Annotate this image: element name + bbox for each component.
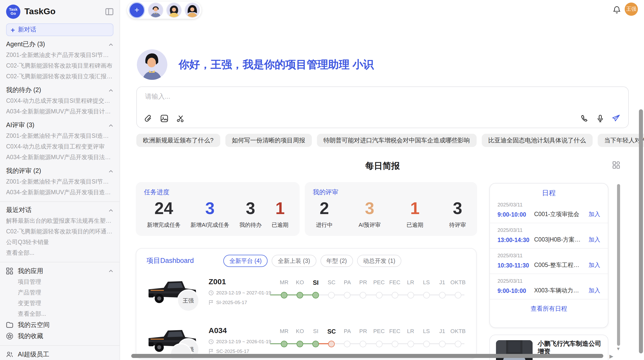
milestone-node-done xyxy=(297,292,303,298)
agent-avatar-1[interactable] xyxy=(148,3,163,18)
scroll-right-arrow-icon[interactable]: ▶ xyxy=(609,353,613,359)
window-vertical-scrollbar[interactable] xyxy=(639,109,643,353)
apps-view-all[interactable]: 查看全部... xyxy=(6,309,113,319)
project-row-z001[interactable]: 王强 Z001 2023-12-19 ~ 2027-01-19 SI-2025-… xyxy=(147,276,466,316)
project-next-milestone: SI-2025-05-17 xyxy=(209,299,269,305)
section-recent-chats[interactable]: 最近对话 xyxy=(6,205,113,216)
filter-new-body[interactable]: 全新上装 (3) xyxy=(272,255,316,267)
task-item[interactable]: A034-全新新能源MUV产品开发项目法规符合性评审 xyxy=(6,152,113,163)
section-agent-done[interactable]: Agent已办 (3) xyxy=(6,39,113,50)
filter-year-model[interactable]: 年型 (2) xyxy=(320,255,353,267)
new-chat-label: 新对话 xyxy=(18,25,36,34)
milestone-node xyxy=(407,292,414,298)
task-item[interactable]: Z001-全新燃油轻卡产品开发项目SI节点属性5D文件评审 xyxy=(6,176,113,187)
send-icon[interactable] xyxy=(612,114,620,123)
task-item[interactable]: C0X4-动力总成开发项目SI里程碑提交物检查 xyxy=(6,96,113,106)
section-my-todo[interactable]: 我的待办 (2) xyxy=(6,85,113,96)
join-link[interactable]: 加入 xyxy=(589,236,600,244)
plus-icon: + xyxy=(11,26,15,34)
milestone-node xyxy=(423,340,430,347)
section-ai-review[interactable]: AI评审 (3) xyxy=(6,120,113,131)
task-item[interactable]: C02-飞腾新能源轻客改款项目里程碑画布 xyxy=(6,61,113,71)
recent-view-all[interactable]: 查看全部... xyxy=(6,248,113,258)
project-next-milestone: SC-2025-05-17 xyxy=(209,348,269,354)
grid-icon xyxy=(6,267,13,275)
section-my-review[interactable]: 我的评审 (2) xyxy=(6,166,113,176)
stat-review-overdue: 1 已逾期 xyxy=(406,199,423,229)
news-snippet: 天眼查 App 显示，近日广州汇天飞行汽... xyxy=(538,359,602,360)
chevron-up-icon xyxy=(108,42,113,47)
recent-chat-item[interactable]: 解释最新出台的欧盟报废车法规再生塑料比例被调至15%... xyxy=(6,216,113,226)
task-item[interactable]: A034-全新新能源MUV产品开发项目造型可行性评审 xyxy=(6,187,113,198)
project-code: A034 xyxy=(209,326,269,335)
task-item[interactable]: C0X4-动力总成开发项目工程变更评审 xyxy=(6,141,113,152)
task-item[interactable]: C02-飞腾新能源轻客改款项目立项汇报方案 xyxy=(6,71,113,82)
task-item[interactable]: Z001-全新燃油轻卡产品开发项目SI造型提交物评审 xyxy=(6,131,113,141)
logo-line2: Go xyxy=(11,12,16,16)
task-item[interactable]: Z001-全新燃油皮卡产品开发项目SI节点Lesson Learn报告 xyxy=(6,50,113,61)
sidebar-item-my-apps[interactable]: 我的应用 xyxy=(6,265,113,277)
agent-avatar-3[interactable] xyxy=(185,3,200,18)
layout-grid-icon[interactable] xyxy=(612,161,620,169)
suggestion-chip[interactable]: 欧洲新规最近颁布了什么? xyxy=(136,134,220,147)
sidebar-collapse-icon[interactable] xyxy=(105,8,113,15)
view-all-schedule-link[interactable]: 查看所有日程 xyxy=(490,305,608,313)
filter-powertrain[interactable]: 动总开发 (1) xyxy=(357,255,402,267)
clock-icon xyxy=(209,339,214,344)
join-link[interactable]: 加入 xyxy=(589,211,600,218)
milestone-node-done xyxy=(312,340,319,347)
milestone-node xyxy=(455,340,461,347)
new-chat-button[interactable]: + 新对话 xyxy=(6,23,113,36)
project-code: Z001 xyxy=(209,277,269,286)
divider xyxy=(0,345,120,346)
stat-new-done: 24 新增完成任务 xyxy=(147,199,181,229)
user-avatar[interactable]: 王强 xyxy=(625,3,638,16)
schedule-item: 2025/03/11 13:00-14:30 C003|H0B-方案冻结评审 加… xyxy=(490,223,608,249)
recent-chat-item[interactable]: C02-飞腾新能源轻客改款项目的闭环通告反馈情况 xyxy=(6,226,113,237)
filter-all-new-platform[interactable]: 全新平台 (4) xyxy=(223,255,268,267)
chat-input[interactable] xyxy=(144,92,621,101)
sidebar-item-favorites[interactable]: 我的收藏 xyxy=(6,331,113,342)
project-dates: 2023-12-19 ~ 2026-01-19 xyxy=(209,339,269,344)
chat-composer xyxy=(136,86,629,128)
phone-icon[interactable] xyxy=(580,114,589,123)
app-item-product-mgmt[interactable]: 产品管理 xyxy=(6,287,113,298)
dashboard-title: 项目Dashboard xyxy=(147,256,194,265)
sidebar-item-ai-staff[interactable]: AI超级员工 xyxy=(6,349,113,360)
add-agent-button[interactable]: + xyxy=(129,2,145,18)
image-icon[interactable] xyxy=(160,114,168,123)
greeting-text: 你好，王强，我是你的项目管理助理 小识 xyxy=(179,57,374,72)
attachment-icon[interactable] xyxy=(144,114,152,123)
agent-avatar-2[interactable] xyxy=(166,3,182,18)
content-vertical-scrollbar[interactable] xyxy=(617,184,620,346)
suggestion-chips: 欧洲新规最近颁布了什么? 如何写一份清晰的项目周报 特朗普可能对进口汽车增税会对… xyxy=(136,134,629,147)
suggestion-chip[interactable]: 比亚迪全固态电池计划具体说了什么 xyxy=(481,134,592,147)
join-link[interactable]: 加入 xyxy=(589,287,600,294)
task-item[interactable]: A034-全新新能源MUV产品开发项目计划变更表编写 xyxy=(6,106,113,117)
scroll-down-arrow-icon[interactable]: ▼ xyxy=(616,346,621,351)
app-item-change-mgmt[interactable]: 变更管理 xyxy=(6,298,113,309)
milestone-node xyxy=(423,292,430,298)
milestone-timeline-z001: MRKOSISCPAPRPECFECLRLSJ1OKTB xyxy=(276,276,466,316)
suggestion-chip[interactable]: 特朗普可能对进口汽车增税会对中国车企造成哪些影响 xyxy=(317,134,476,147)
schedule-title: 日程 xyxy=(490,189,608,198)
stat-new-ai-done: 3 新增AI完成任务 xyxy=(191,199,229,229)
card-title: 我的评审 xyxy=(313,188,469,197)
milestone-node xyxy=(328,292,335,298)
suggestion-chip[interactable]: 如何写一份清晰的项目周报 xyxy=(225,134,312,147)
sidebar-item-cloud-space[interactable]: 我的云空间 xyxy=(6,319,113,331)
scissors-icon[interactable] xyxy=(177,114,185,123)
suggestion-chip[interactable]: 当下年轻人对汽车外观有怎样的喜好趋势 xyxy=(597,134,644,147)
assistant-avatar xyxy=(137,49,167,80)
notification-bell-icon[interactable] xyxy=(612,6,621,14)
app-item-project-mgmt[interactable]: 项目管理 xyxy=(6,277,113,287)
recent-chat-item[interactable]: 公司Q3轻卡销量 xyxy=(6,237,113,248)
dashboard-filters: 全新平台 (4) 全新上装 (3) 年型 (2) 动总开发 (1) xyxy=(223,255,401,267)
users-icon xyxy=(6,351,13,358)
horizontal-scrollbar[interactable] xyxy=(131,354,603,358)
mic-icon[interactable] xyxy=(596,114,604,123)
flag-icon xyxy=(209,349,214,354)
join-link[interactable]: 加入 xyxy=(589,261,600,269)
app-window: Task Go TaskGo + 新对话 Agent已办 (3) Z001-全新… xyxy=(0,0,644,360)
app-title: TaskGo xyxy=(24,7,105,17)
